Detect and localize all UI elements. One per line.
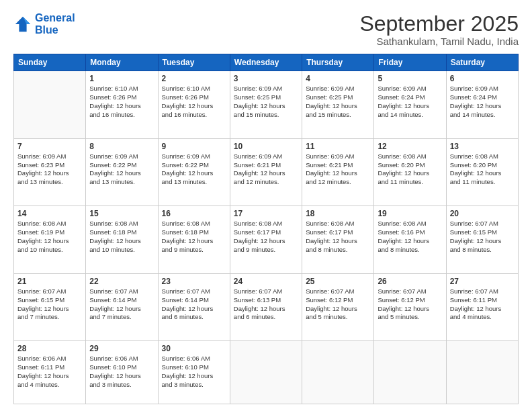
day-number: 22 bbox=[89, 277, 154, 286]
weekday-header-wednesday: Wednesday bbox=[230, 54, 302, 71]
day-number: 24 bbox=[234, 277, 298, 286]
day-info: Sunrise: 6:08 AM Sunset: 6:16 PM Dayligh… bbox=[378, 220, 442, 254]
day-info: Sunrise: 6:08 AM Sunset: 6:18 PM Dayligh… bbox=[162, 220, 226, 254]
calendar-cell bbox=[14, 71, 86, 139]
calendar-cell: 5Sunrise: 6:09 AM Sunset: 6:24 PM Daylig… bbox=[374, 71, 446, 139]
day-number: 16 bbox=[162, 209, 226, 218]
day-number: 8 bbox=[89, 142, 154, 151]
calendar-cell: 18Sunrise: 6:08 AM Sunset: 6:17 PM Dayli… bbox=[302, 206, 374, 274]
day-info: Sunrise: 6:09 AM Sunset: 6:25 PM Dayligh… bbox=[306, 85, 370, 119]
day-info: Sunrise: 6:09 AM Sunset: 6:23 PM Dayligh… bbox=[17, 152, 82, 187]
day-info: Sunrise: 6:07 AM Sunset: 6:12 PM Dayligh… bbox=[378, 287, 442, 322]
weekday-header-tuesday: Tuesday bbox=[158, 54, 230, 71]
calendar-cell: 24Sunrise: 6:07 AM Sunset: 6:13 PM Dayli… bbox=[230, 273, 302, 341]
subtitle: Sathankulam, Tamil Nadu, India bbox=[359, 36, 519, 47]
title-block: September 2025 Sathankulam, Tamil Nadu, … bbox=[359, 12, 519, 47]
calendar-cell: 10Sunrise: 6:09 AM Sunset: 6:21 PM Dayli… bbox=[230, 138, 302, 206]
day-info: Sunrise: 6:09 AM Sunset: 6:22 PM Dayligh… bbox=[89, 152, 154, 187]
calendar-cell: 17Sunrise: 6:08 AM Sunset: 6:17 PM Dayli… bbox=[230, 206, 302, 274]
calendar-cell: 7Sunrise: 6:09 AM Sunset: 6:23 PM Daylig… bbox=[14, 138, 86, 206]
day-number: 30 bbox=[162, 344, 226, 353]
day-number: 14 bbox=[17, 209, 82, 218]
logo-text: General Blue bbox=[35, 12, 75, 36]
logo-line2: Blue bbox=[35, 24, 75, 36]
day-info: Sunrise: 6:10 AM Sunset: 6:26 PM Dayligh… bbox=[162, 85, 226, 119]
calendar-cell: 26Sunrise: 6:07 AM Sunset: 6:12 PM Dayli… bbox=[374, 273, 446, 341]
calendar-cell: 20Sunrise: 6:07 AM Sunset: 6:15 PM Dayli… bbox=[446, 206, 518, 274]
calendar-cell: 22Sunrise: 6:07 AM Sunset: 6:14 PM Dayli… bbox=[86, 273, 158, 341]
weekday-header-friday: Friday bbox=[374, 54, 446, 71]
day-number: 18 bbox=[306, 209, 370, 218]
week-row-3: 14Sunrise: 6:08 AM Sunset: 6:19 PM Dayli… bbox=[14, 206, 519, 274]
week-row-1: 1Sunrise: 6:10 AM Sunset: 6:26 PM Daylig… bbox=[14, 71, 519, 139]
day-info: Sunrise: 6:09 AM Sunset: 6:21 PM Dayligh… bbox=[234, 152, 298, 187]
day-number: 19 bbox=[378, 209, 442, 218]
calendar-cell: 27Sunrise: 6:07 AM Sunset: 6:11 PM Dayli… bbox=[446, 273, 518, 341]
logo: General Blue bbox=[13, 12, 75, 36]
day-info: Sunrise: 6:08 AM Sunset: 6:17 PM Dayligh… bbox=[234, 220, 298, 254]
weekday-header-sunday: Sunday bbox=[14, 54, 86, 71]
day-info: Sunrise: 6:07 AM Sunset: 6:15 PM Dayligh… bbox=[17, 287, 82, 322]
main-title: September 2025 bbox=[359, 12, 519, 36]
day-info: Sunrise: 6:10 AM Sunset: 6:26 PM Dayligh… bbox=[89, 85, 154, 119]
weekday-header-thursday: Thursday bbox=[302, 54, 374, 71]
day-info: Sunrise: 6:09 AM Sunset: 6:25 PM Dayligh… bbox=[234, 85, 298, 119]
day-number: 6 bbox=[450, 74, 515, 83]
calendar-header: SundayMondayTuesdayWednesdayThursdayFrid… bbox=[14, 54, 519, 71]
calendar-cell: 28Sunrise: 6:06 AM Sunset: 6:11 PM Dayli… bbox=[14, 341, 86, 404]
calendar-body: 1Sunrise: 6:10 AM Sunset: 6:26 PM Daylig… bbox=[14, 71, 519, 404]
calendar-cell bbox=[446, 341, 518, 404]
day-number: 1 bbox=[89, 74, 154, 83]
day-info: Sunrise: 6:07 AM Sunset: 6:12 PM Dayligh… bbox=[306, 287, 370, 322]
calendar-cell: 8Sunrise: 6:09 AM Sunset: 6:22 PM Daylig… bbox=[86, 138, 158, 206]
day-number: 7 bbox=[17, 142, 82, 151]
calendar-cell: 11Sunrise: 6:09 AM Sunset: 6:21 PM Dayli… bbox=[302, 138, 374, 206]
day-number: 12 bbox=[378, 142, 442, 151]
day-info: Sunrise: 6:06 AM Sunset: 6:10 PM Dayligh… bbox=[162, 355, 226, 389]
day-info: Sunrise: 6:08 AM Sunset: 6:18 PM Dayligh… bbox=[89, 220, 154, 254]
calendar-cell: 3Sunrise: 6:09 AM Sunset: 6:25 PM Daylig… bbox=[230, 71, 302, 139]
day-number: 9 bbox=[162, 142, 226, 151]
day-number: 10 bbox=[234, 142, 298, 151]
calendar-cell: 4Sunrise: 6:09 AM Sunset: 6:25 PM Daylig… bbox=[302, 71, 374, 139]
day-info: Sunrise: 6:07 AM Sunset: 6:15 PM Dayligh… bbox=[450, 220, 515, 254]
day-number: 23 bbox=[162, 277, 226, 286]
day-info: Sunrise: 6:09 AM Sunset: 6:21 PM Dayligh… bbox=[306, 152, 370, 187]
day-number: 25 bbox=[306, 277, 370, 286]
day-number: 28 bbox=[17, 344, 82, 353]
day-info: Sunrise: 6:08 AM Sunset: 6:17 PM Dayligh… bbox=[306, 220, 370, 254]
calendar-table: SundayMondayTuesdayWednesdayThursdayFrid… bbox=[13, 54, 519, 404]
calendar-cell bbox=[302, 341, 374, 404]
day-info: Sunrise: 6:08 AM Sunset: 6:19 PM Dayligh… bbox=[17, 220, 82, 254]
day-number: 15 bbox=[89, 209, 154, 218]
calendar-cell: 29Sunrise: 6:06 AM Sunset: 6:10 PM Dayli… bbox=[86, 341, 158, 404]
day-info: Sunrise: 6:08 AM Sunset: 6:20 PM Dayligh… bbox=[450, 152, 515, 187]
week-row-2: 7Sunrise: 6:09 AM Sunset: 6:23 PM Daylig… bbox=[14, 138, 519, 206]
day-number: 13 bbox=[450, 142, 515, 151]
day-number: 17 bbox=[234, 209, 298, 218]
calendar-cell: 13Sunrise: 6:08 AM Sunset: 6:20 PM Dayli… bbox=[446, 138, 518, 206]
day-info: Sunrise: 6:09 AM Sunset: 6:22 PM Dayligh… bbox=[162, 152, 226, 187]
day-number: 4 bbox=[306, 74, 370, 83]
day-info: Sunrise: 6:09 AM Sunset: 6:24 PM Dayligh… bbox=[378, 85, 442, 119]
calendar-cell: 14Sunrise: 6:08 AM Sunset: 6:19 PM Dayli… bbox=[14, 206, 86, 274]
calendar-cell: 1Sunrise: 6:10 AM Sunset: 6:26 PM Daylig… bbox=[86, 71, 158, 139]
calendar-cell: 30Sunrise: 6:06 AM Sunset: 6:10 PM Dayli… bbox=[158, 341, 230, 404]
day-number: 27 bbox=[450, 277, 515, 286]
calendar-cell: 19Sunrise: 6:08 AM Sunset: 6:16 PM Dayli… bbox=[374, 206, 446, 274]
day-number: 21 bbox=[17, 277, 82, 286]
day-number: 11 bbox=[306, 142, 370, 151]
day-info: Sunrise: 6:07 AM Sunset: 6:14 PM Dayligh… bbox=[162, 287, 226, 322]
day-number: 3 bbox=[234, 74, 298, 83]
day-number: 2 bbox=[162, 74, 226, 83]
calendar-cell: 15Sunrise: 6:08 AM Sunset: 6:18 PM Dayli… bbox=[86, 206, 158, 274]
day-info: Sunrise: 6:07 AM Sunset: 6:11 PM Dayligh… bbox=[450, 287, 515, 322]
calendar-cell: 12Sunrise: 6:08 AM Sunset: 6:20 PM Dayli… bbox=[374, 138, 446, 206]
calendar-cell: 25Sunrise: 6:07 AM Sunset: 6:12 PM Dayli… bbox=[302, 273, 374, 341]
calendar-cell: 23Sunrise: 6:07 AM Sunset: 6:14 PM Dayli… bbox=[158, 273, 230, 341]
calendar-cell: 9Sunrise: 6:09 AM Sunset: 6:22 PM Daylig… bbox=[158, 138, 230, 206]
day-info: Sunrise: 6:09 AM Sunset: 6:24 PM Dayligh… bbox=[450, 85, 515, 119]
weekday-header-monday: Monday bbox=[86, 54, 158, 71]
header: General Blue September 2025 Sathankulam,… bbox=[13, 12, 519, 47]
day-info: Sunrise: 6:06 AM Sunset: 6:11 PM Dayligh… bbox=[17, 355, 82, 389]
